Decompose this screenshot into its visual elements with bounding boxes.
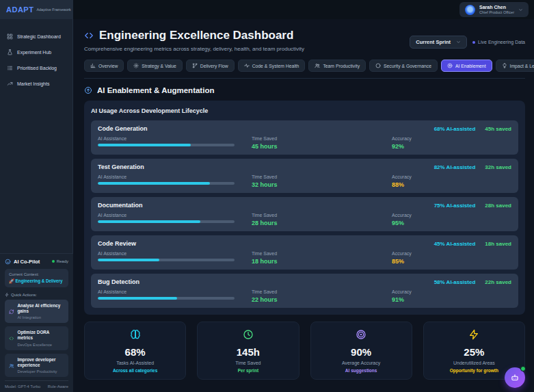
trend-icon bbox=[7, 81, 13, 87]
chevron-down-icon bbox=[518, 8, 523, 12]
accuracy-value: 85% bbox=[392, 258, 511, 265]
summary-stats: 68% Tasks AI-Assisted Across all categor… bbox=[84, 322, 525, 380]
tab-code-system-health[interactable]: Code & System Health bbox=[238, 60, 306, 72]
ai-copilot-panel: AI Co-Pilot Ready Current Context: 🚀 Eng… bbox=[0, 253, 73, 392]
copilot-status: Ready bbox=[52, 259, 68, 263]
sidebar-item-prioritised-backlog[interactable]: Prioritised Backlog bbox=[7, 60, 66, 76]
copilot-title: AI Co-Pilot bbox=[14, 259, 49, 265]
ai-section-icon bbox=[84, 86, 92, 94]
tab-ai-enablement[interactable]: AI Enablement bbox=[441, 60, 492, 72]
logo-subtitle: Adaptive Framework bbox=[36, 8, 70, 12]
assistance-progress-bar bbox=[98, 259, 235, 261]
section-title: AI Enablement & Augmentation bbox=[97, 86, 214, 94]
ai-assisted-badge: 68% AI-assisted bbox=[434, 126, 476, 132]
saved-badge: 22h saved bbox=[485, 279, 511, 285]
code-icon bbox=[9, 330, 14, 346]
saved-badge: 18h saved bbox=[485, 241, 511, 247]
copilot-icon bbox=[5, 259, 11, 265]
saved-badge: 32h saved bbox=[485, 164, 511, 170]
backlog-list-icon bbox=[7, 65, 13, 71]
accuracy-value: 92% bbox=[392, 143, 511, 150]
accuracy-value: 91% bbox=[392, 296, 511, 303]
stat-card-average-accuracy: 90% Average Accuracy AI suggestions bbox=[310, 322, 412, 380]
accuracy-value: 88% bbox=[392, 181, 511, 188]
user-menu[interactable]: Sarah Chen Chief Product Officer bbox=[459, 2, 529, 17]
tab-delivery-flow[interactable]: Delivery Flow bbox=[186, 60, 235, 72]
ai-usage-panel: AI Usage Across Development Lifecycle Co… bbox=[84, 101, 525, 315]
sidebar-item-market-insights[interactable]: Market Insights bbox=[7, 76, 66, 92]
tab-bar: Overview Strategy & Value Delivery Flow … bbox=[84, 60, 525, 72]
activity-icon bbox=[244, 63, 250, 68]
bar-chart-icon bbox=[90, 63, 96, 68]
tab-security-governance[interactable]: Security & Governance bbox=[369, 60, 438, 72]
model-label: Model: GPT-4 Turbo bbox=[5, 384, 40, 389]
ai-assisted-badge: 82% AI-assisted bbox=[434, 164, 476, 170]
tab-team-productivity[interactable]: Team Productivity bbox=[308, 60, 366, 72]
copilot-footer: Model: GPT-4 Turbo Role-Aware bbox=[5, 380, 68, 389]
live-dot bbox=[472, 41, 475, 44]
role-aware-label: Role-Aware bbox=[48, 384, 68, 389]
time-saved-value: 28 hours bbox=[252, 220, 392, 226]
sprint-selector[interactable]: Current Sprint bbox=[410, 36, 467, 49]
people-icon bbox=[315, 63, 320, 68]
assistance-progress-bar bbox=[98, 220, 235, 223]
sidebar-item-label: Experiment Hub bbox=[17, 50, 51, 55]
logo-text: ADAPT bbox=[6, 5, 34, 14]
flask-icon bbox=[7, 49, 13, 55]
live-data-badge: Live Engineering Data bbox=[472, 40, 525, 44]
zap-icon bbox=[468, 329, 479, 340]
ai-circle-icon bbox=[447, 63, 453, 68]
app-logo: ADAPT Adaptive Framework bbox=[0, 0, 73, 19]
user-name: Sarah Chen bbox=[479, 4, 514, 11]
panel-title: AI Usage Across Development Lifecycle bbox=[91, 107, 518, 114]
lifecycle-row-bug-detection: Bug Detection 58% AI-assisted 22h saved … bbox=[91, 274, 518, 308]
ai-assisted-badge: 45% AI-assisted bbox=[434, 241, 476, 247]
sidebar-item-label: Prioritised Backlog bbox=[17, 66, 57, 70]
lifecycle-row-test-generation: Test Generation 82% AI-assisted 32h save… bbox=[91, 159, 518, 193]
page-subtitle: Comprehensive engineering metrics across… bbox=[84, 46, 304, 52]
clock-icon bbox=[243, 329, 254, 340]
sidebar: Strategic Dashboard Experiment Hub Prior… bbox=[0, 19, 73, 392]
users-icon bbox=[9, 358, 14, 374]
lifecycle-row-code-review: Code Review 45% AI-assisted 18h saved AI… bbox=[91, 235, 518, 270]
main-content: Engineering Excellence Dashboard Compreh… bbox=[73, 19, 534, 392]
divider bbox=[84, 78, 525, 79]
quick-action-analyse-ai-gains[interactable]: Analyse AI efficiency gains AI Integrati… bbox=[5, 300, 68, 323]
code-icon bbox=[84, 31, 94, 40]
ai-assisted-badge: 75% AI-assisted bbox=[434, 202, 476, 209]
lifecycle-row-code-generation: Code Generation 68% AI-assisted 45h save… bbox=[91, 120, 518, 155]
branch-icon bbox=[192, 63, 198, 68]
ai-chat-button[interactable] bbox=[505, 367, 525, 388]
sidebar-item-experiment-hub[interactable]: Experiment Hub bbox=[7, 44, 66, 60]
quick-actions-icon bbox=[5, 293, 9, 297]
tab-impact-learning[interactable]: Impact & Learning bbox=[496, 60, 534, 72]
gear-icon bbox=[133, 63, 139, 68]
sidebar-item-label: Strategic Dashboard bbox=[17, 34, 61, 39]
quick-action-developer-experience[interactable]: Improve developer experience Developer P… bbox=[5, 354, 68, 377]
tab-overview[interactable]: Overview bbox=[84, 60, 124, 72]
assistance-progress-bar bbox=[98, 297, 235, 300]
time-saved-value: 22 hours bbox=[252, 296, 392, 303]
quick-actions-label: Quick Actions: bbox=[5, 293, 68, 297]
app-window: ADAPT Adaptive Framework Sarah Chen Chie… bbox=[0, 0, 534, 392]
assistance-progress-bar bbox=[98, 144, 235, 146]
quick-action-optimize-dora[interactable]: Optimize DORA metrics DevOps Excellence bbox=[5, 326, 68, 350]
lifecycle-row-documentation: Documentation 75% AI-assisted 28h saved … bbox=[91, 197, 518, 231]
sidebar-item-label: Market Insights bbox=[17, 81, 49, 86]
sidebar-item-strategic-dashboard[interactable]: Strategic Dashboard bbox=[7, 29, 66, 44]
accuracy-value: 95% bbox=[392, 220, 511, 226]
time-saved-value: 45 hours bbox=[252, 143, 392, 150]
saved-badge: 45h saved bbox=[485, 126, 511, 132]
circle-shield-icon bbox=[375, 63, 381, 68]
assistance-progress-bar bbox=[98, 182, 235, 185]
stat-card-tasks-ai-assisted: 68% Tasks AI-Assisted Across all categor… bbox=[84, 322, 186, 380]
target-icon bbox=[356, 329, 366, 340]
saved-badge: 28h saved bbox=[485, 202, 511, 209]
brain-icon bbox=[130, 329, 141, 340]
avatar bbox=[465, 5, 475, 15]
online-badge bbox=[520, 366, 526, 371]
stat-card-time-saved: 145h Time Saved Per sprint bbox=[197, 322, 299, 380]
tab-strategy-value[interactable]: Strategy & Value bbox=[127, 60, 183, 72]
context-value: 🚀 Engineering & Delivery bbox=[9, 278, 64, 284]
context-label: Current Context: bbox=[9, 272, 64, 276]
